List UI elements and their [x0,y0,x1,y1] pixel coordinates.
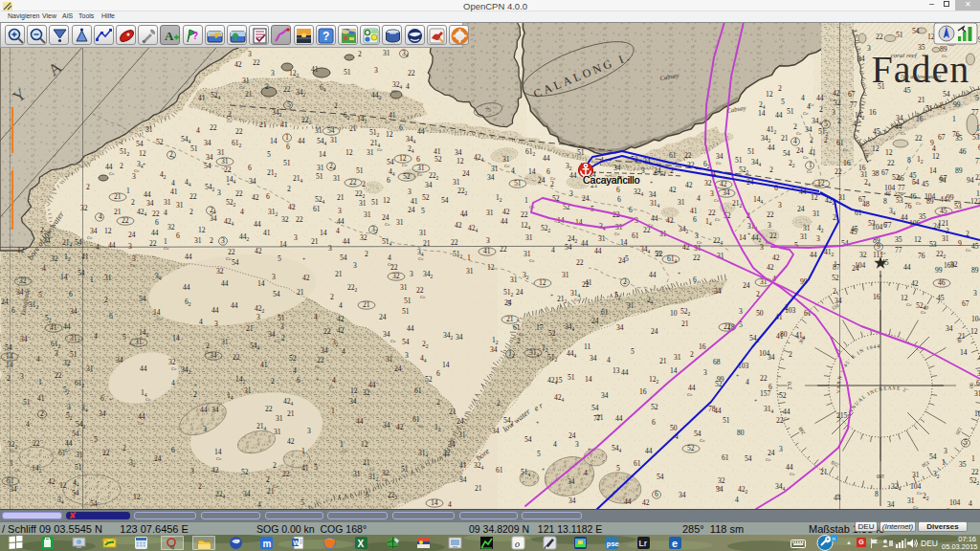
svg-text:24: 24 [154,454,162,463]
svg-text:24: 24 [618,256,626,265]
svg-text:51: 51 [356,166,364,175]
svg-text:14: 14 [319,150,326,159]
svg-text:22: 22 [149,239,157,248]
svg-text:61: 61 [669,151,677,160]
svg-text:Co: Co [966,248,971,253]
svg-text:3: 3 [203,425,207,433]
svg-text:22: 22 [416,286,424,295]
svg-text:34: 34 [456,333,463,342]
svg-text:44: 44 [298,137,305,145]
svg-text:61: 61 [7,476,14,485]
svg-text:34: 34 [20,335,28,343]
svg-text:52: 52 [892,173,900,182]
svg-text:14: 14 [442,361,450,369]
svg-text:34: 34 [146,199,154,208]
svg-text:6: 6 [297,376,301,385]
svg-text:4: 4 [969,499,972,508]
svg-text:32: 32 [360,233,368,242]
svg-text:12: 12 [386,130,393,139]
svg-text:51: 51 [787,107,794,116]
svg-text:Co: Co [157,317,163,321]
svg-text:35: 35 [959,460,967,469]
svg-text:44: 44 [810,251,817,259]
svg-text:3: 3 [405,351,409,360]
svg-text:Co: Co [390,339,396,343]
svg-text:34: 34 [616,323,624,332]
svg-text:61: 61 [836,139,844,147]
svg-text:14: 14 [960,348,968,357]
svg-text:31: 31 [135,338,143,346]
svg-text:41: 41 [311,65,319,74]
svg-text:31: 31 [860,170,868,179]
svg-text:Co: Co [574,298,580,302]
svg-text:2: 2 [228,110,232,119]
svg-text:31: 31 [86,364,94,373]
svg-text:44: 44 [615,414,623,423]
svg-text:14: 14 [585,375,592,384]
svg-text:Co: Co [216,456,222,461]
svg-text:42: 42 [48,477,56,486]
svg-text:14: 14 [153,308,161,317]
svg-text:24: 24 [1,298,9,306]
svg-text:16: 16 [916,115,924,123]
svg-text:22: 22 [349,178,357,187]
svg-text:44: 44 [221,279,229,288]
svg-text:44: 44 [775,111,783,120]
svg-text:31: 31 [466,267,474,276]
svg-text:24: 24 [408,206,415,214]
svg-text:41: 41 [170,187,178,196]
svg-text:22: 22 [253,58,260,67]
svg-text:89: 89 [971,266,979,275]
svg-text:32: 32 [392,272,400,280]
svg-text:14: 14 [758,109,766,118]
svg-text:+: + [172,154,175,160]
svg-text:42: 42 [833,89,840,98]
svg-text:51: 51 [75,463,82,472]
svg-text:41: 41 [37,394,45,403]
svg-text:8: 8 [875,490,879,498]
svg-text:46: 46 [909,192,917,201]
svg-text:Co: Co [227,119,233,123]
svg-text:54: 54 [591,404,599,412]
svg-text:Co: Co [205,350,211,355]
svg-text:12: 12 [872,144,880,153]
svg-text:Co: Co [65,448,71,452]
svg-text:42: 42 [455,221,462,230]
svg-text:2: 2 [271,377,275,386]
svg-text:22: 22 [265,405,273,413]
svg-text:22: 22 [835,167,842,176]
svg-text:6: 6 [416,155,420,164]
svg-text:+: + [143,161,145,166]
svg-text:Cacayañcillo: Cacayañcillo [583,174,640,186]
svg-text:4: 4 [746,378,749,386]
svg-text:Co: Co [87,235,93,240]
svg-text:34: 34 [723,188,730,197]
svg-text:3: 3 [217,188,221,197]
svg-text:22: 22 [500,245,507,253]
svg-text:6: 6 [155,218,159,227]
svg-text:34: 34 [679,491,686,499]
svg-text:44: 44 [108,241,116,250]
svg-text:6: 6 [176,231,180,240]
svg-text:44: 44 [624,497,632,506]
svg-text:3: 3 [271,69,275,77]
svg-text:Co: Co [130,263,136,268]
svg-text:4: 4 [240,208,244,216]
svg-text:34: 34 [459,475,467,484]
svg-text:4: 4 [339,301,343,310]
svg-text:Co: Co [226,256,232,261]
svg-text:22: 22 [233,353,240,362]
svg-text:3: 3 [973,289,977,298]
svg-text:22: 22 [235,127,243,136]
svg-text:22: 22 [971,468,979,476]
svg-text:Co: Co [385,222,390,227]
svg-text:Co: Co [716,161,722,165]
svg-text:12: 12 [104,227,112,235]
svg-text:41: 41 [434,147,441,156]
svg-text:77: 77 [975,157,980,165]
svg-text:+: + [650,179,653,185]
svg-text:45: 45 [850,228,858,236]
svg-text:22: 22 [693,253,701,262]
svg-text:31: 31 [367,148,374,157]
svg-text:22: 22 [876,33,883,41]
